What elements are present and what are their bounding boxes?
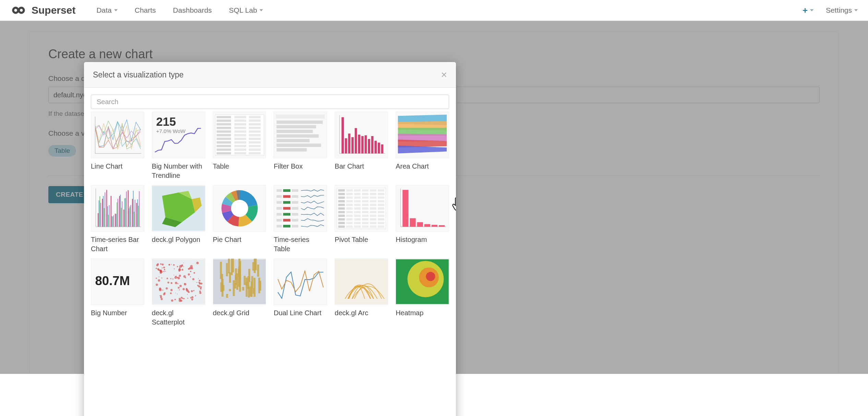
svg-rect-164 (378, 200, 384, 203)
viz-thumbnail (213, 185, 266, 232)
viz-type-card[interactable]: Bar Chart (335, 112, 388, 180)
viz-type-card[interactable]: Pivot Table (335, 185, 388, 254)
viz-type-card[interactable]: deck.gl Polygon (152, 185, 205, 254)
viz-type-card[interactable]: Dual Line Chart (274, 258, 327, 327)
svg-point-315 (179, 265, 182, 268)
page-body: Create a new chart Choose a dataset defa… (0, 21, 868, 374)
svg-point-284 (170, 289, 172, 291)
svg-rect-363 (226, 263, 228, 276)
viz-type-card[interactable]: 215+7.0% WoWBig Number with Trendline (152, 112, 205, 180)
svg-rect-185 (354, 215, 361, 217)
svg-point-290 (186, 288, 188, 290)
svg-rect-10 (234, 116, 246, 118)
svg-rect-75 (99, 196, 100, 227)
viz-type-card[interactable]: Pie Chart (213, 185, 266, 254)
svg-rect-61 (371, 136, 374, 154)
svg-point-235 (170, 278, 171, 279)
svg-rect-90 (116, 214, 117, 227)
svg-rect-104 (130, 205, 131, 227)
viz-thumbnail (91, 185, 144, 232)
svg-point-382 (426, 272, 435, 281)
svg-rect-206 (378, 225, 384, 228)
viz-type-card[interactable]: deck.gl Scatterplot (152, 258, 205, 327)
svg-rect-23 (249, 131, 261, 133)
svg-rect-108 (135, 200, 135, 227)
svg-rect-142 (346, 189, 353, 192)
svg-rect-167 (354, 204, 361, 206)
svg-point-221 (156, 278, 157, 279)
nav-charts[interactable]: Charts (135, 6, 156, 14)
svg-rect-352 (251, 281, 253, 297)
search-input[interactable] (91, 95, 449, 109)
nav-dashboards[interactable]: Dashboards (173, 6, 212, 14)
viz-type-card[interactable]: Table (213, 112, 266, 180)
svg-rect-201 (338, 225, 345, 228)
brand-name: Superset (32, 4, 75, 16)
svg-rect-33 (216, 145, 231, 147)
svg-rect-63 (378, 143, 380, 154)
svg-rect-119 (277, 189, 282, 192)
viz-type-card[interactable]: Area Chart (396, 112, 449, 180)
viz-type-label: Big Number with Trendline (152, 162, 205, 180)
viz-thumbnail (396, 112, 449, 158)
svg-rect-377 (238, 269, 240, 277)
viz-type-card[interactable]: deck.gl Arc (335, 258, 388, 327)
svg-point-274 (159, 289, 162, 291)
svg-rect-205 (370, 225, 376, 228)
svg-rect-122 (277, 195, 282, 198)
viz-type-label: Histogram (396, 235, 449, 254)
svg-point-118 (231, 200, 248, 217)
svg-rect-150 (362, 193, 369, 195)
svg-point-311 (178, 277, 180, 279)
svg-point-334 (200, 288, 202, 290)
svg-point-298 (161, 298, 163, 300)
svg-point-241 (191, 290, 193, 292)
viz-type-label: Dual Line Chart (274, 308, 327, 327)
svg-rect-19 (234, 127, 246, 129)
svg-point-317 (196, 262, 198, 264)
svg-point-218 (162, 290, 163, 291)
viz-type-label: deck.gl Polygon (152, 235, 205, 254)
viz-type-label: Area Chart (396, 162, 449, 180)
viz-type-card[interactable]: Time-series Bar Chart (91, 185, 144, 254)
nav-settings[interactable]: Settings (826, 6, 858, 14)
viz-type-card[interactable]: Time-series Table (274, 185, 327, 254)
svg-rect-62 (375, 141, 377, 154)
svg-rect-55 (351, 137, 354, 154)
svg-point-229 (183, 266, 184, 267)
svg-point-313 (170, 292, 172, 294)
close-icon[interactable]: × (441, 70, 447, 80)
viz-type-label: Pie Chart (213, 235, 266, 254)
svg-rect-80 (105, 192, 105, 227)
nav-sqllab[interactable]: SQL Lab (229, 6, 263, 14)
nav-data[interactable]: Data (96, 6, 117, 14)
brand[interactable]: Superset (10, 4, 75, 16)
viz-type-card[interactable]: Heatmap (396, 258, 449, 327)
svg-rect-103 (130, 206, 130, 227)
svg-rect-165 (338, 204, 345, 206)
add-button[interactable]: + (803, 5, 813, 16)
viz-type-label: Line Chart (91, 162, 144, 180)
viz-type-card[interactable]: Histogram (396, 185, 449, 254)
svg-point-254 (160, 263, 162, 265)
svg-rect-126 (283, 201, 290, 204)
svg-point-299 (183, 298, 184, 299)
svg-rect-362 (258, 278, 260, 293)
svg-point-2 (14, 9, 17, 12)
viz-type-card[interactable]: Line Chart (91, 112, 144, 180)
svg-rect-86 (111, 216, 112, 227)
svg-point-303 (159, 295, 160, 296)
svg-rect-24 (216, 134, 231, 136)
svg-rect-120 (283, 189, 290, 192)
svg-rect-101 (128, 190, 129, 227)
svg-point-267 (167, 282, 169, 284)
navbar: Superset Data Charts Dashboards SQL Lab … (0, 0, 868, 21)
viz-type-card[interactable]: 80.7MBig Number (91, 258, 144, 327)
svg-point-308 (161, 278, 162, 279)
viz-type-card[interactable]: Filter Box (274, 112, 327, 180)
svg-rect-152 (378, 193, 384, 195)
viz-type-card[interactable]: deck.gl Grid (213, 258, 266, 327)
svg-rect-202 (346, 225, 353, 228)
svg-rect-346 (252, 288, 254, 294)
svg-rect-107 (134, 212, 134, 227)
